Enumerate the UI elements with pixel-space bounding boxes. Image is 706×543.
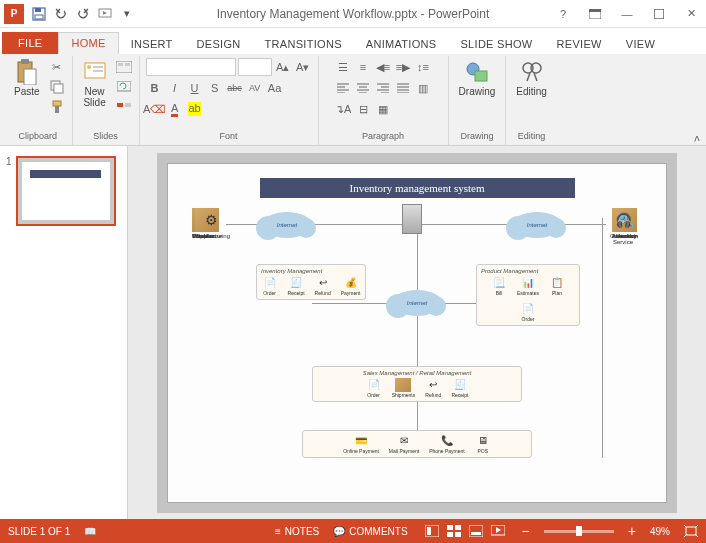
slide-thumbnail[interactable]: 1 [6,156,121,226]
spellcheck-icon[interactable]: 📖 [84,526,96,537]
order2-icon: 📄 [366,378,382,392]
redo-icon[interactable] [74,5,92,23]
svg-rect-19 [118,63,123,66]
cut-icon[interactable]: ✂ [48,58,66,76]
change-case-icon[interactable]: Aa [266,79,284,97]
slideshow-view-icon[interactable] [488,523,508,539]
tab-home[interactable]: HOME [58,32,118,54]
title-bar: P ▾ Inventory Management Workflow.pptx -… [0,0,706,28]
quick-access-toolbar: ▾ [30,5,136,23]
sorter-view-icon[interactable] [444,523,464,539]
svg-rect-16 [93,66,103,68]
refund-icon: ↩ [315,276,331,290]
decrease-font-icon[interactable]: A▾ [294,58,312,76]
tab-design[interactable]: DESIGN [185,34,253,54]
copy-icon[interactable] [48,78,66,96]
node-server [402,204,422,235]
tab-review[interactable]: REVIEW [545,34,614,54]
start-slideshow-icon[interactable] [96,5,114,23]
slide[interactable]: Inventory management system Products 🏭Su… [167,163,667,503]
svg-rect-5 [589,9,601,12]
window-title: Inventory Management Workflow.pptx - Pow… [217,7,490,21]
node-manufacturing: ⚙Manufacturing [192,208,230,239]
editing-button[interactable]: Editing [512,58,551,99]
tab-animations[interactable]: ANIMATIONS [354,34,449,54]
group-clipboard: Paste ✂ Clipboard [4,56,73,145]
align-text-icon[interactable]: ⊟ [354,100,372,118]
minimize-icon[interactable]: — [612,3,642,25]
clear-format-icon[interactable]: A⌫ [146,100,164,118]
columns-icon[interactable]: ▥ [414,79,432,97]
zoom-in-button[interactable]: + [628,523,636,539]
font-color-icon[interactable]: A [166,100,184,118]
thumbnail-pane: 1 [0,146,128,519]
layout-icon[interactable] [115,58,133,76]
ribbon-tabs: FILE HOME INSERT DESIGN TRANSITIONS ANIM… [0,28,706,54]
svg-rect-22 [117,103,123,107]
smartart-icon[interactable]: ▦ [374,100,392,118]
refund2-icon: ↩ [425,378,441,392]
estimate-icon: 📊 [520,276,536,290]
highlight-icon[interactable]: ab [186,100,204,118]
align-left-icon[interactable] [334,79,352,97]
underline-button[interactable]: U [186,79,204,97]
drawing-button[interactable]: Drawing [455,58,500,99]
tab-slideshow[interactable]: SLIDE SHOW [448,34,544,54]
shadow-button[interactable]: S [206,79,224,97]
undo-icon[interactable] [52,5,70,23]
save-icon[interactable] [30,5,48,23]
justify-icon[interactable] [394,79,412,97]
paste-button[interactable]: Paste [10,58,44,99]
zoom-out-button[interactable]: − [522,523,530,539]
tab-insert[interactable]: INSERT [119,34,185,54]
line-spacing-icon[interactable]: ↕≡ [414,58,432,76]
ribbon-display-icon[interactable] [580,3,610,25]
bullets-icon[interactable]: ☰ [334,58,352,76]
decrease-indent-icon[interactable]: ◀≡ [374,58,392,76]
svg-rect-29 [427,527,431,535]
increase-font-icon[interactable]: A▴ [274,58,292,76]
reading-view-icon[interactable] [466,523,486,539]
server-icon [402,204,422,234]
increase-indent-icon[interactable]: ≡▶ [394,58,412,76]
section-icon[interactable] [115,98,133,116]
italic-button[interactable]: I [166,79,184,97]
svg-rect-31 [455,525,461,530]
collapse-ribbon-icon[interactable]: ᴧ [694,132,700,143]
tab-transitions[interactable]: TRANSITIONS [253,34,354,54]
cloud-internet-2: Internet [512,212,562,238]
slide-canvas-area[interactable]: Inventory management system Products 🏭Su… [128,146,706,519]
comments-button[interactable]: 💬 COMMENTS [333,526,407,537]
zoom-level[interactable]: 49% [650,526,670,537]
qat-dropdown-icon[interactable]: ▾ [118,5,136,23]
tab-view[interactable]: VIEW [614,34,667,54]
fit-window-icon[interactable] [684,525,698,537]
maximize-icon[interactable] [644,3,674,25]
strike-button[interactable]: abc [226,79,244,97]
svg-rect-23 [125,103,131,107]
group-paragraph: ☰ ≡ ◀≡ ≡▶ ↕≡ ▥ ↴A ⊟ ▦ Paragraph [319,56,449,145]
notes-button[interactable]: ≡ NOTES [275,526,319,537]
close-icon[interactable]: ✕ [676,3,706,25]
thumbnail-number: 1 [6,156,12,226]
normal-view-icon[interactable] [422,523,442,539]
format-painter-icon[interactable] [48,98,66,116]
font-size-select[interactable] [238,58,272,76]
help-icon[interactable]: ? [548,3,578,25]
spacing-button[interactable]: AV [246,79,264,97]
reset-icon[interactable] [115,78,133,96]
text-direction-icon[interactable]: ↴A [334,100,352,118]
new-slide-label: New Slide [83,86,105,108]
online-pay-icon: 💳 [353,434,369,448]
svg-rect-2 [35,15,43,19]
new-slide-icon [83,60,107,84]
font-family-select[interactable] [146,58,236,76]
new-slide-button[interactable]: New Slide [79,58,111,110]
zoom-slider[interactable] [544,530,614,533]
bold-button[interactable]: B [146,79,164,97]
align-center-icon[interactable] [354,79,372,97]
align-right-icon[interactable] [374,79,392,97]
tab-file[interactable]: FILE [2,32,58,54]
numbering-icon[interactable]: ≡ [354,58,372,76]
receipt-icon: 🧾 [288,276,304,290]
